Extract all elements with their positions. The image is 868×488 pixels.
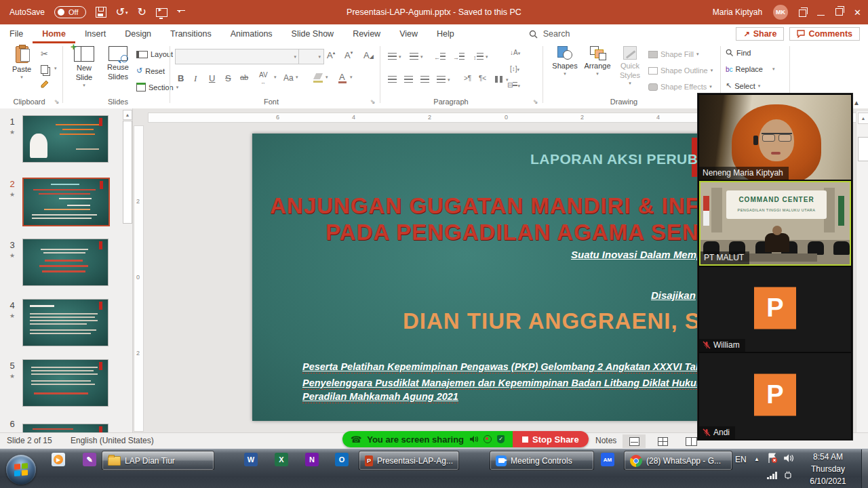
clipboard-dialog-launcher-icon[interactable]: ⇘ — [54, 98, 60, 105]
taskbar-window-folder[interactable]: LAP Dian Tiur — [102, 451, 214, 470]
align-text-icon[interactable]: [↕]▾ — [510, 65, 519, 73]
slide-thumbnail-4[interactable] — [22, 299, 108, 346]
autosave-toggle[interactable]: Off — [54, 6, 85, 18]
excel-icon[interactable]: X — [275, 453, 289, 467]
scroll-up-icon[interactable]: ▲ — [123, 110, 132, 120]
edge-icon[interactable] — [468, 453, 482, 467]
purple-app-icon[interactable]: ✎ — [83, 453, 97, 467]
show-desktop-button[interactable] — [861, 449, 868, 488]
slide-thumbnail-1[interactable] — [22, 115, 108, 163]
editor-scrollbar[interactable]: ▲ — [856, 111, 868, 432]
taskbar-clock[interactable]: 8:54 AM Thursday 6/10/2021 — [797, 451, 859, 487]
share-button[interactable]: ↗Share — [736, 27, 784, 41]
strikethrough-icon[interactable]: S — [225, 73, 231, 83]
find-button[interactable]: Find — [726, 49, 751, 57]
onenote-icon[interactable]: N — [305, 453, 319, 467]
tray-expand-icon[interactable]: ▲ — [754, 456, 760, 462]
slide-canvas[interactable]: LAPORAN AKSI PERUBAH ANJUNGAN GUGATAN MA… — [252, 134, 761, 421]
language-indicator[interactable]: EN — [735, 455, 747, 464]
normal-view-button[interactable] — [623, 434, 646, 448]
clear-formatting-icon[interactable]: A◢ — [363, 50, 374, 60]
comments-button[interactable]: Comments — [789, 27, 860, 41]
text-shadow-icon[interactable]: ab — [240, 73, 248, 81]
ribbon-display-options-icon[interactable] — [799, 7, 806, 18]
recording-icon[interactable] — [484, 435, 492, 443]
convert-smartart-icon[interactable]: ⊟▾ — [507, 81, 520, 89]
network-signal-icon[interactable] — [767, 472, 777, 481]
decrease-indent-icon[interactable]: ← — [434, 53, 446, 61]
shrink-font-icon[interactable]: A▾ — [344, 50, 353, 60]
blue-circle-app-icon[interactable] — [214, 453, 228, 467]
reset-button[interactable]: ↺ Reset — [136, 66, 165, 75]
shape-fill-button[interactable]: Shape Fill▾ — [648, 50, 698, 58]
scroll-up-icon[interactable]: ▲ — [858, 113, 868, 124]
font-size-select[interactable]: ▾ — [298, 49, 324, 64]
paste-button[interactable]: Paste▾ — [7, 46, 37, 95]
change-case-icon[interactable]: Aa — [283, 73, 294, 83]
slide-thumbnail-2[interactable] — [22, 178, 110, 226]
format-painter-icon[interactable] — [39, 79, 50, 89]
align-right-icon[interactable] — [420, 76, 429, 83]
collapse-ribbon-icon[interactable]: ▲ — [853, 99, 860, 106]
participant-tile-andi[interactable]: P Andi — [699, 353, 851, 439]
quick-styles-button[interactable]: Quick Styles▾ — [614, 46, 646, 95]
replace-button[interactable]: bc Replace▾ — [726, 65, 774, 73]
tab-help[interactable]: Help — [427, 24, 464, 43]
increase-indent-icon[interactable]: → — [453, 53, 465, 61]
audio-icon[interactable] — [469, 435, 478, 443]
slide-counter[interactable]: Slide 2 of 15 — [7, 436, 52, 445]
justify-icon[interactable] — [437, 76, 446, 83]
paragraph-dialog-launcher-icon[interactable]: ⇘ — [533, 98, 538, 105]
font-color-dropdown-icon[interactable]: ▾ — [350, 75, 353, 80]
reuse-slides-button[interactable]: Reuse Slides — [102, 46, 134, 95]
tab-file[interactable]: File — [0, 24, 33, 43]
rtl-direction-icon[interactable]: ¶< — [479, 75, 486, 82]
redo-icon[interactable]: ↻ — [137, 7, 146, 18]
tab-insert[interactable]: Insert — [75, 24, 115, 43]
tab-review[interactable]: Review — [343, 24, 390, 43]
tab-design[interactable]: Design — [115, 24, 161, 43]
align-center-icon[interactable] — [404, 76, 413, 83]
participant-video-pt-malut[interactable]: COMMAND CENTER PENGADILAN TINGGI MALUKU … — [699, 181, 851, 266]
font-color-icon[interactable]: A — [339, 72, 345, 82]
numbering-icon[interactable] — [410, 53, 418, 60]
user-avatar[interactable]: MK — [773, 5, 788, 20]
minimize-icon[interactable] — [817, 7, 825, 18]
bullets-dropdown-icon[interactable]: ▾ — [399, 54, 401, 60]
phone-icon[interactable]: ☎ — [351, 434, 361, 445]
copy-icon[interactable] — [41, 65, 48, 74]
change-case-dropdown-icon[interactable]: ▾ — [296, 75, 298, 80]
character-spacing-icon[interactable]: AV↔ — [259, 72, 268, 85]
grow-font-icon[interactable]: A▴ — [327, 50, 335, 60]
restore-icon[interactable] — [835, 7, 843, 18]
select-button[interactable]: ↖ Select▾ — [726, 81, 760, 90]
scrollbar-thumb[interactable] — [123, 121, 132, 224]
shape-effects-button[interactable]: Shape Effects▾ — [648, 83, 712, 91]
character-spacing-dropdown-icon[interactable]: ▾ — [274, 75, 277, 80]
taskbar-window-powerpoint[interactable]: P Presentasi-LAP-Ag... — [359, 451, 459, 470]
cut-icon[interactable]: ✂ — [41, 49, 48, 59]
action-center-flag-icon[interactable] — [767, 453, 778, 466]
word-icon[interactable]: W — [244, 453, 258, 467]
tab-view[interactable]: View — [390, 24, 427, 43]
new-slide-button[interactable]: New Slide▾ — [68, 46, 100, 95]
thumbnail-scrollbar[interactable]: ▲ — [122, 108, 132, 432]
bullets-icon[interactable] — [388, 53, 397, 60]
quick-access-toolbar-icon[interactable] — [177, 10, 185, 15]
underline-icon[interactable]: U — [209, 73, 215, 83]
slide-sorter-view-button[interactable] — [651, 434, 674, 448]
am-app-icon[interactable]: AM — [601, 453, 615, 467]
bold-icon[interactable]: B — [178, 73, 184, 83]
shape-outline-button[interactable]: Shape Outline▾ — [648, 66, 713, 75]
columns-icon[interactable] — [495, 76, 503, 83]
numbering-dropdown-icon[interactable]: ▾ — [420, 54, 423, 60]
taskbar-window-meeting-controls[interactable]: Meeting Controls — [490, 451, 594, 470]
language-status[interactable]: English (United States) — [71, 436, 154, 445]
stop-share-button[interactable]: Stop Share — [513, 431, 589, 447]
ltr-direction-icon[interactable]: >¶ — [464, 75, 471, 82]
font-name-select[interactable]: ▾ — [175, 49, 300, 64]
volume-icon[interactable] — [783, 453, 793, 465]
taskbar-window-whatsapp[interactable]: (28) WhatsApp - G... — [624, 451, 732, 470]
start-slideshow-icon[interactable] — [156, 8, 167, 17]
highlight-icon[interactable] — [313, 73, 323, 79]
